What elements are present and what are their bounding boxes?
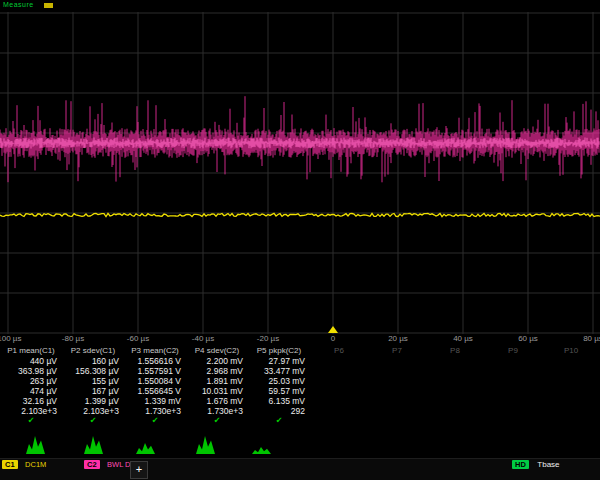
oscilloscope-screen: Measure -100 µs-80 µs-60 µs-40 µs-20 µs0… [0,0,600,480]
measurement-value: 1.730e+3 [124,406,186,416]
status-check-icon: ✔ [62,416,124,426]
measurement-value: 363.98 µV [0,366,62,376]
histicon-strip[interactable] [0,428,600,456]
measurement-value: 156.308 µV [62,366,124,376]
measurement-value: 27.97 mV [248,356,310,366]
measurement-table-header: P1 mean(C1)P2 sdev(C1)P3 mean(C2)P4 sdev… [0,345,600,356]
c1-waveform [0,213,600,216]
param-header-p8[interactable]: P8 [426,345,484,356]
toolbar: C1 DC1M 10.0 mV C2 BWL DC1M + HD Tbase 2… [0,458,600,480]
status-check-icon: ✔ [248,416,310,426]
measurement-row: 32.16 µV1.399 µV1.339 mV1.676 mV6.135 mV [0,396,600,406]
param-header-p5[interactable]: P5 pkpk(C2) [248,345,310,356]
measurement-value: 1.339 mV [124,396,186,406]
measurement-value: 2.200 mV [186,356,248,366]
histicon [84,436,103,454]
measurement-value: 33.477 mV [248,366,310,376]
histicon [252,447,271,454]
waveform-display-area[interactable] [0,12,600,334]
measurement-value: 440 µV [0,356,62,366]
measurement-row: 440 µV160 µV1.556616 V2.200 mV27.97 mV [0,356,600,366]
param-header-p6[interactable]: P6 [310,345,368,356]
measurement-value: 2.103e+3 [0,406,62,416]
time-axis-label: 80 µs [583,334,600,343]
histicon [136,443,155,454]
c1-badge[interactable]: C1 [2,460,18,469]
status-row: ✔✔✔✔✔ [0,416,600,426]
status-indicator [44,3,53,8]
time-axis-label: 60 µs [518,334,538,343]
time-axis-label: -40 µs [192,334,214,343]
histicon [196,436,215,454]
measure-mode-label: Measure [3,1,34,8]
c2-badge[interactable]: C2 [84,460,100,469]
measurement-row: 2.103e+32.103e+31.730e+31.730e+3292 [0,406,600,416]
measurement-value: 1.399 µV [62,396,124,406]
measurement-row: 363.98 µV156.308 µV1.557591 V2.968 mV33.… [0,366,600,376]
param-header-p4[interactable]: P4 sdev(C2) [186,345,248,356]
measurement-value: 6.135 mV [248,396,310,406]
time-axis-label: -80 µs [62,334,84,343]
plus-icon: + [136,463,142,475]
measurement-value: 32.16 µV [0,396,62,406]
measurement-value: 1.676 mV [186,396,248,406]
channel-c1-descriptor[interactable]: C1 DC1M 10.0 mV [2,460,46,480]
param-header-p9[interactable]: P9 [484,345,542,356]
measurement-value: 474 µV [0,386,62,396]
timebase-descriptor[interactable]: HD Tbase 20.0 µs/div 12 Bits [512,460,600,480]
cursor-marker-button[interactable]: + [130,461,148,479]
hd-badge: HD [512,460,529,469]
c1-coupling: DC1M [25,460,46,469]
time-axis-label: 20 µs [388,334,408,343]
measurement-value: 1.557591 V [124,366,186,376]
measurement-value: 155 µV [62,376,124,386]
param-header-p7[interactable]: P7 [368,345,426,356]
time-axis: -100 µs-80 µs-60 µs-40 µs-20 µs020 µs40 … [0,334,600,345]
measurement-value: 59.57 mV [248,386,310,396]
measurement-value: 292 [248,406,310,416]
measurement-value: 1.556616 V [124,356,186,366]
time-axis-label: -20 µs [257,334,279,343]
status-check-icon: ✔ [124,416,186,426]
trigger-position-marker [328,326,338,333]
time-axis-label: 0 [331,334,335,343]
measurement-value: 263 µV [0,376,62,386]
measurement-value: 160 µV [62,356,124,366]
measurement-value: 2.103e+3 [62,406,124,416]
measurement-value: 25.03 mV [248,376,310,386]
measurement-value: 10.031 mV [186,386,248,396]
param-header-p10[interactable]: P10 [542,345,600,356]
param-header-p2[interactable]: P2 sdev(C1) [62,345,124,356]
measurement-value: 2.968 mV [186,366,248,376]
measurement-row: 263 µV155 µV1.550084 V1.891 mV25.03 mV [0,376,600,386]
time-axis-label: -100 µs [0,334,21,343]
tbase-label: Tbase [537,460,559,469]
measurement-row: 474 µV167 µV1.556645 V10.031 mV59.57 mV [0,386,600,396]
status-check-icon: ✔ [0,416,62,426]
histicon [26,436,45,454]
measurement-table-body: 440 µV160 µV1.556616 V2.200 mV27.97 mV36… [0,356,600,426]
measurement-value: 1.891 mV [186,376,248,386]
measurement-table: P1 mean(C1)P2 sdev(C1)P3 mean(C2)P4 sdev… [0,345,600,426]
measurement-value: 1.730e+3 [186,406,248,416]
time-axis-label: -60 µs [127,334,149,343]
measurement-value: 1.550084 V [124,376,186,386]
param-header-p1[interactable]: P1 mean(C1) [0,345,62,356]
time-axis-label: 40 µs [453,334,473,343]
status-check-icon: ✔ [186,416,248,426]
measurement-value: 167 µV [62,386,124,396]
param-header-p3[interactable]: P3 mean(C2) [124,345,186,356]
measurement-value: 1.556645 V [124,386,186,396]
